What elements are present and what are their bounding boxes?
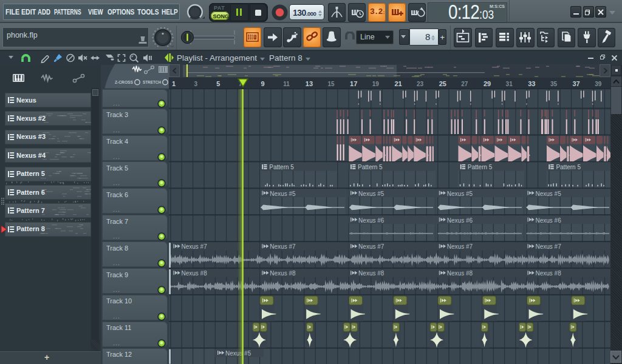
svg-text:Nexus #8: Nexus #8	[536, 270, 562, 277]
svg-text:Pattern 5: Pattern 5	[269, 164, 294, 170]
svg-text:Z-CROSS: Z-CROSS	[115, 79, 133, 85]
svg-text:Nexus #7: Nexus #7	[182, 243, 208, 250]
svg-text:Nexus #8: Nexus #8	[270, 270, 296, 277]
svg-text:Nexus #5: Nexus #5	[447, 190, 473, 197]
svg-text:Pattern 5: Pattern 5	[358, 164, 383, 170]
svg-text:Nexus #5: Nexus #5	[536, 190, 562, 197]
svg-text:Nexus #7: Nexus #7	[358, 243, 384, 250]
svg-text:Nexus #7: Nexus #7	[270, 243, 296, 250]
svg-text:Pattern 5: Pattern 5	[468, 164, 493, 170]
svg-text:Nexus #5: Nexus #5	[270, 190, 296, 197]
svg-text:Nexus #7: Nexus #7	[447, 243, 473, 250]
svg-text:Pattern 5: Pattern 5	[556, 164, 581, 170]
svg-text:Nexus #8: Nexus #8	[182, 270, 208, 277]
svg-text:STRETCH: STRETCH	[143, 79, 161, 85]
svg-text:Nexus #8: Nexus #8	[358, 270, 384, 277]
svg-text:Nexus #5: Nexus #5	[358, 190, 384, 197]
svg-text:Nexus #6: Nexus #6	[358, 217, 384, 224]
svg-text:Nexus #8: Nexus #8	[447, 270, 473, 277]
svg-text:Nexus #6: Nexus #6	[536, 217, 562, 224]
svg-text:Nexus #6: Nexus #6	[447, 217, 473, 224]
svg-text:Nexus #7: Nexus #7	[536, 243, 562, 250]
